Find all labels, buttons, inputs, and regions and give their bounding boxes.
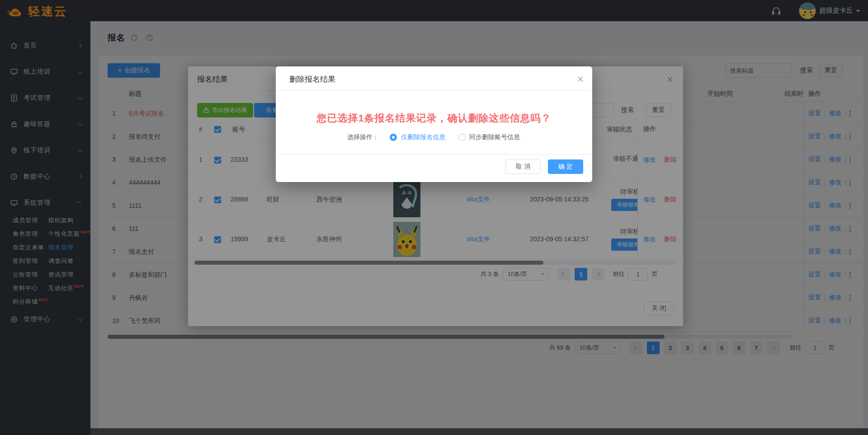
cancel-button[interactable]: 取 消 (505, 159, 541, 174)
close-icon[interactable] (577, 75, 584, 83)
delete-modal-title: 删除报名结果 (289, 74, 335, 84)
modal-overlay-front[interactable] (0, 0, 868, 435)
screen: 轻速云 超级皮卡丘 首页 线上培训 (0, 0, 868, 435)
radio-delete-account-label[interactable]: 同步删除账号信息 (469, 133, 520, 141)
choose-action-label: 选择操作： (347, 133, 379, 141)
delete-options: 选择操作： 仅删除报名信息 同步删除账号信息 (276, 132, 592, 141)
confirm-button[interactable]: 确 定 (548, 159, 583, 174)
radio-delete-only-label[interactable]: 仅删除报名信息 (401, 133, 445, 141)
delete-confirm-message: 您已选择1条报名结果记录，确认删除这些信息吗？ (276, 112, 592, 125)
radio-delete-account[interactable] (458, 134, 466, 141)
delete-result-modal: 删除报名结果 您已选择1条报名结果记录，确认删除这些信息吗？ 选择操作： 仅删除… (276, 66, 592, 182)
radio-delete-only[interactable] (390, 134, 397, 141)
